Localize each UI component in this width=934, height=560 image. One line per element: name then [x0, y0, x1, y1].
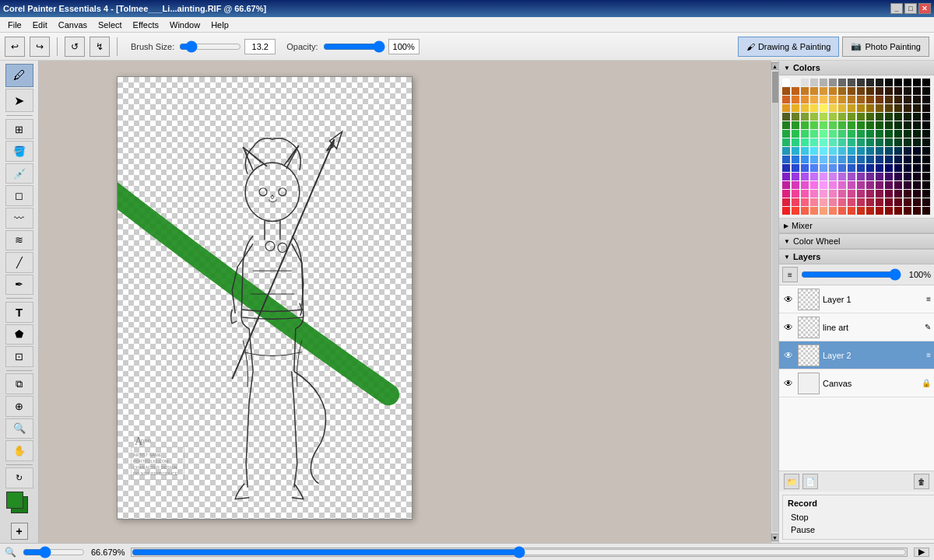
- color-swatches[interactable]: [5, 490, 34, 520]
- eyedropper-button[interactable]: 💉: [5, 163, 33, 184]
- color-swatch-cell[interactable]: [922, 164, 930, 172]
- color-swatch-cell[interactable]: [876, 113, 883, 121]
- color-swatch-cell[interactable]: [922, 156, 930, 163]
- color-swatch-cell[interactable]: [885, 147, 893, 155]
- color-swatch-cell[interactable]: [857, 156, 865, 163]
- color-wheel-header[interactable]: ▼ Color Wheel: [779, 234, 934, 249]
- color-swatch-cell[interactable]: [782, 190, 790, 198]
- color-swatch-cell[interactable]: [829, 79, 837, 86]
- color-swatch-cell[interactable]: [885, 181, 893, 189]
- redo-button[interactable]: ↪: [30, 37, 50, 57]
- mixer-header[interactable]: ▶ Mixer: [779, 219, 934, 233]
- menu-file[interactable]: File: [3, 19, 26, 31]
- color-swatch-cell[interactable]: [792, 130, 799, 138]
- color-swatch-cell[interactable]: [801, 79, 809, 86]
- color-swatch-cell[interactable]: [866, 121, 874, 129]
- color-swatch-cell[interactable]: [820, 164, 827, 172]
- menu-help[interactable]: Help: [206, 19, 234, 31]
- color-swatch-cell[interactable]: [820, 138, 827, 146]
- color-swatch-cell[interactable]: [894, 104, 902, 112]
- color-swatch-cell[interactable]: [922, 87, 930, 95]
- color-swatch-cell[interactable]: [820, 156, 827, 163]
- scroll-thumb[interactable]: [772, 72, 778, 103]
- color-swatch-cell[interactable]: [810, 87, 818, 95]
- color-swatch-cell[interactable]: [782, 138, 790, 146]
- color-swatch-cell[interactable]: [894, 198, 902, 206]
- color-swatch-cell[interactable]: [792, 121, 799, 129]
- color-swatch-cell[interactable]: [792, 113, 799, 121]
- color-swatch-cell[interactable]: [820, 198, 827, 206]
- color-swatch-cell[interactable]: [810, 138, 818, 146]
- color-swatch-cell[interactable]: [922, 96, 930, 103]
- color-swatch-cell[interactable]: [838, 121, 846, 129]
- layer-options-icon[interactable]: ≡: [926, 351, 931, 359]
- text-tool-button[interactable]: T: [5, 302, 33, 323]
- menu-edit[interactable]: Edit: [28, 19, 52, 31]
- color-swatch-cell[interactable]: [829, 96, 837, 103]
- blend-button[interactable]: ≋: [5, 230, 33, 251]
- color-swatch-cell[interactable]: [876, 130, 883, 138]
- color-swatch-cell[interactable]: [838, 156, 846, 163]
- color-swatch-cell[interactable]: [876, 173, 883, 180]
- new-layer-button[interactable]: 📄: [802, 474, 818, 489]
- color-swatch-cell[interactable]: [782, 104, 790, 112]
- color-swatch-cell[interactable]: [782, 207, 790, 215]
- color-swatch-cell[interactable]: [801, 156, 809, 163]
- new-layer-group-button[interactable]: 📁: [784, 474, 799, 489]
- color-swatch-cell[interactable]: [885, 173, 893, 180]
- menu-canvas[interactable]: Canvas: [54, 19, 92, 31]
- menu-effects[interactable]: Effects: [128, 19, 163, 31]
- layer-visibility-toggle[interactable]: 👁: [782, 377, 795, 390]
- layers-mode-button[interactable]: ≡: [782, 267, 798, 282]
- color-swatch-cell[interactable]: [885, 190, 893, 198]
- color-swatch-cell[interactable]: [913, 173, 921, 180]
- color-swatch-cell[interactable]: [866, 130, 874, 138]
- color-swatch-cell[interactable]: [922, 190, 930, 198]
- color-swatch-cell[interactable]: [848, 130, 855, 138]
- color-swatch-cell[interactable]: [782, 181, 790, 189]
- color-swatch-cell[interactable]: [782, 198, 790, 206]
- color-swatch-cell[interactable]: [792, 190, 799, 198]
- crop-tool-button[interactable]: ⊡: [5, 346, 33, 367]
- color-swatch-cell[interactable]: [913, 138, 921, 146]
- color-swatch-cell[interactable]: [894, 147, 902, 155]
- color-swatch-cell[interactable]: [922, 113, 930, 121]
- color-swatch-cell[interactable]: [857, 87, 865, 95]
- color-swatch-cell[interactable]: [820, 173, 827, 180]
- color-swatch-cell[interactable]: [885, 104, 893, 112]
- colors-panel-header[interactable]: ▼ Colors: [779, 61, 934, 75]
- color-swatch-cell[interactable]: [904, 156, 911, 163]
- color-swatch-cell[interactable]: [894, 96, 902, 103]
- color-swatch-cell[interactable]: [885, 87, 893, 95]
- color-swatch-cell[interactable]: [782, 79, 790, 86]
- color-swatch-cell[interactable]: [801, 130, 809, 138]
- color-swatch-cell[interactable]: [792, 147, 799, 155]
- color-swatch-cell[interactable]: [866, 87, 874, 95]
- color-swatch-cell[interactable]: [876, 164, 883, 172]
- scroll-right-button[interactable]: ▶: [914, 548, 929, 557]
- color-swatch-cell[interactable]: [838, 181, 846, 189]
- color-swatch-cell[interactable]: [838, 96, 846, 103]
- color-swatch-cell[interactable]: [829, 113, 837, 121]
- color-swatch-cell[interactable]: [838, 147, 846, 155]
- color-swatch-cell[interactable]: [801, 173, 809, 180]
- color-swatch-cell[interactable]: [820, 181, 827, 189]
- color-swatch-cell[interactable]: [866, 156, 874, 163]
- color-swatch-cell[interactable]: [876, 207, 883, 215]
- menu-window[interactable]: Window: [165, 19, 205, 31]
- layer-tool-button[interactable]: ⧉: [5, 373, 33, 394]
- color-swatch-cell[interactable]: [857, 138, 865, 146]
- color-swatch-cell[interactable]: [848, 104, 855, 112]
- color-swatch-cell[interactable]: [782, 113, 790, 121]
- layer-item-active[interactable]: 👁 Layer 2 ≡: [779, 341, 934, 369]
- color-swatch-cell[interactable]: [801, 138, 809, 146]
- color-swatch-cell[interactable]: [801, 104, 809, 112]
- color-swatch-cell[interactable]: [866, 104, 874, 112]
- color-swatch-cell[interactable]: [866, 207, 874, 215]
- color-swatch-cell[interactable]: [838, 138, 846, 146]
- color-swatch-cell[interactable]: [913, 164, 921, 172]
- color-swatch-cell[interactable]: [885, 207, 893, 215]
- color-swatch-cell[interactable]: [866, 173, 874, 180]
- photo-painting-mode-button[interactable]: 📷 Photo Painting: [842, 37, 929, 57]
- color-swatch-cell[interactable]: [866, 164, 874, 172]
